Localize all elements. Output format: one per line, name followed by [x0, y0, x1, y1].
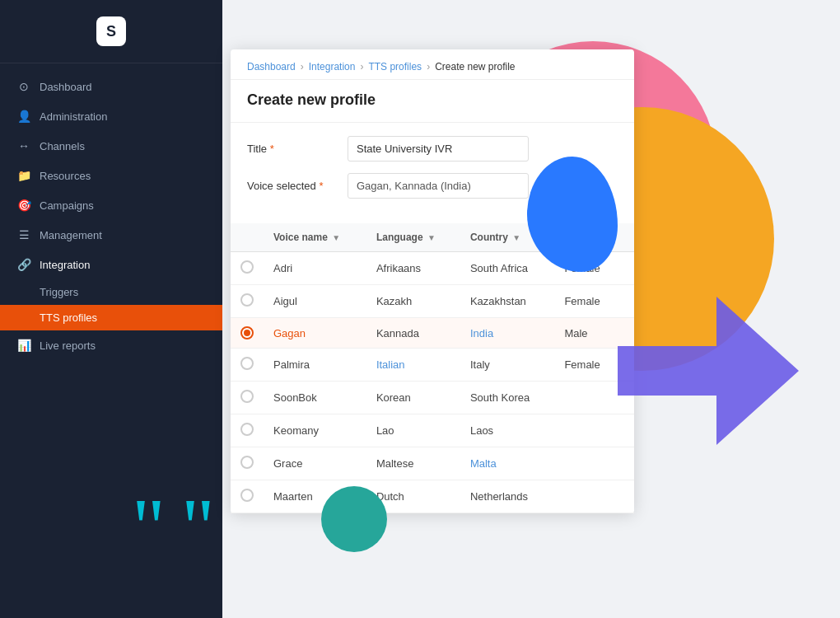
channels-icon: ↔: [16, 139, 31, 152]
sidebar-label-management: Management: [40, 229, 102, 241]
dashboard-icon: ⊙: [16, 80, 31, 93]
cell-language: Kazakh: [366, 285, 460, 318]
voice-label: Voice selected *: [247, 180, 338, 192]
sidebar-label-integration: Integration: [40, 259, 90, 271]
cell-country: Malta: [460, 447, 554, 480]
bg-green-blob: [321, 486, 387, 552]
sidebar-item-resources[interactable]: 📁 Resources: [0, 161, 222, 190]
cell-language: Lao: [366, 414, 460, 447]
th-language[interactable]: Language ▼: [366, 223, 460, 252]
breadcrumb-dashboard[interactable]: Dashboard: [247, 61, 296, 73]
sidebar-item-administration[interactable]: 👤 Administration: [0, 101, 222, 131]
radio-3[interactable]: [240, 326, 254, 339]
sort-language-icon: ▼: [427, 233, 436, 242]
radio-8[interactable]: [240, 489, 254, 502]
th-radio: [231, 223, 264, 252]
title-required: *: [270, 143, 274, 155]
cell-country: India: [460, 318, 554, 349]
table-row[interactable]: SoonBokKoreanSouth Korea: [231, 382, 634, 414]
breadcrumb-sep-3: ›: [427, 61, 430, 73]
breadcrumb-tts[interactable]: TTS profiles: [368, 61, 422, 73]
radio-6[interactable]: [240, 423, 254, 436]
sidebar-item-campaigns[interactable]: 🎯 Campaigns: [0, 190, 222, 220]
cell-language: Kannada: [366, 318, 460, 349]
cell-language: Maltese: [366, 447, 460, 480]
cell-country: South Korea: [460, 382, 554, 414]
sidebar-label-resources: Resources: [40, 170, 91, 182]
sort-country-icon: ▼: [512, 233, 520, 242]
sidebar-subitem-tts-profiles[interactable]: TTS profiles: [0, 305, 222, 330]
sidebar-item-management[interactable]: ☰ Management: [0, 220, 222, 250]
sidebar-item-dashboard[interactable]: ⊙ Dashboard: [0, 72, 222, 101]
table-row[interactable]: GraceMalteseMalta: [231, 447, 634, 480]
cell-voice: Keomany: [264, 414, 366, 447]
radio-7[interactable]: [240, 456, 254, 469]
table-row[interactable]: PalmiraItalianItalyFemale: [231, 349, 634, 382]
breadcrumb-sep-1: ›: [301, 61, 304, 73]
cell-gender: [554, 447, 634, 480]
cell-voice: Grace: [264, 447, 366, 480]
table-row[interactable]: KeomanyLaoLaos: [231, 414, 634, 447]
radio-5[interactable]: [240, 390, 254, 403]
cell-language: Korean: [366, 382, 460, 414]
administration-icon: 👤: [16, 110, 31, 123]
sidebar-label-administration: Administration: [40, 110, 107, 123]
sidebar-label-campaigns: Campaigns: [40, 199, 94, 212]
sidebar-subitem-triggers[interactable]: Triggers: [0, 279, 222, 305]
triggers-label: Triggers: [40, 286, 78, 298]
sidebar-logo: S: [0, 0, 222, 63]
cell-country: Kazakhstan: [460, 285, 554, 318]
cell-country: Laos: [460, 414, 554, 447]
breadcrumb-current: Create new profile: [435, 61, 515, 73]
cell-voice: Adri: [264, 252, 366, 285]
cell-country: Netherlands: [460, 480, 554, 513]
radio-4[interactable]: [240, 357, 254, 370]
bg-purple-arrow: [618, 297, 799, 448]
breadcrumb-sep-2: ›: [360, 61, 363, 73]
breadcrumb: Dashboard › Integration › TTS profiles ›…: [231, 49, 634, 80]
sort-voice-icon: ▼: [332, 233, 340, 242]
cell-country: South Africa: [460, 252, 554, 285]
cell-voice: Gagan: [264, 318, 366, 349]
country-link[interactable]: Malta: [470, 457, 497, 470]
integration-icon: 🔗: [16, 258, 31, 271]
svg-marker-0: [618, 297, 799, 445]
table-row[interactable]: MaartenDutchNetherlands: [231, 480, 634, 513]
resources-icon: 📁: [16, 169, 31, 182]
title-input[interactable]: [348, 136, 529, 162]
sidebar-label-live-reports: Live reports: [40, 339, 96, 352]
sidebar-item-channels[interactable]: ↔ Channels: [0, 131, 222, 161]
cell-language: Afrikaans: [366, 252, 460, 285]
voice-table-body: AdriAfrikaansSouth AfricaFemaleAigulKaza…: [231, 252, 634, 513]
language-link[interactable]: Italian: [376, 358, 405, 371]
bg-cyan-quote2: ": [181, 486, 215, 569]
title-label: Title *: [247, 143, 338, 155]
cell-voice: Palmira: [264, 349, 366, 382]
tts-profiles-label: TTS profiles: [40, 311, 97, 324]
radio-2[interactable]: [240, 293, 254, 307]
page-title: Create new profile: [231, 80, 634, 123]
management-icon: ☰: [16, 228, 31, 241]
sidebar-label-channels: Channels: [40, 140, 85, 152]
breadcrumb-integration[interactable]: Integration: [309, 61, 356, 73]
cell-gender: [554, 480, 634, 513]
voice-input[interactable]: [348, 173, 529, 199]
table-row[interactable]: GaganKannadaIndiaMale: [231, 318, 634, 349]
cell-voice: SoonBok: [264, 382, 366, 414]
main-card: Dashboard › Integration › TTS profiles ›…: [231, 49, 634, 513]
logo-icon: S: [96, 16, 126, 46]
country-link[interactable]: India: [470, 327, 493, 339]
sidebar-item-integration[interactable]: 🔗 Integration: [0, 250, 222, 279]
campaigns-icon: 🎯: [16, 199, 31, 212]
bg-cyan-quotes: ": [132, 486, 157, 569]
sidebar-label-dashboard: Dashboard: [40, 81, 92, 93]
voice-required: *: [319, 180, 323, 192]
cell-country: Italy: [460, 349, 554, 382]
live-reports-icon: 📊: [16, 339, 31, 352]
radio-1[interactable]: [240, 260, 254, 274]
cell-voice: Aigul: [264, 285, 366, 318]
th-voice-name[interactable]: Voice name ▼: [264, 223, 366, 252]
table-row[interactable]: AigulKazakhKazakhstanFemale: [231, 285, 634, 318]
cell-language: Italian: [366, 349, 460, 382]
sidebar-item-live-reports[interactable]: 📊 Live reports: [0, 330, 222, 360]
